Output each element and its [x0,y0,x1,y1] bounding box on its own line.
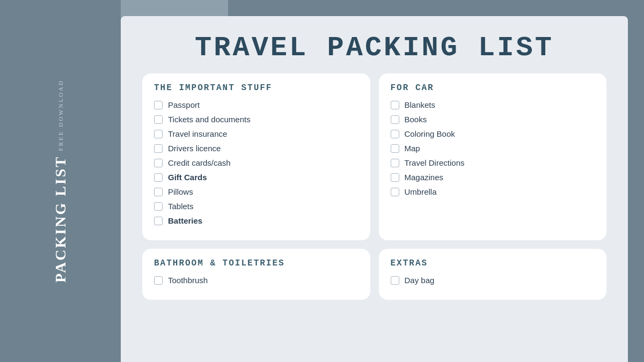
item-label: Magazines [405,173,444,182]
checkbox[interactable] [391,159,399,167]
checkbox[interactable] [154,144,163,153]
list-item: Travel insurance [154,129,358,138]
list-item: Magazines [391,173,595,182]
list-item: Umbrella [391,187,595,196]
section-title-bathroom: BATHROOM & TOILETRIES [154,258,358,268]
list-item: Pillows [154,187,358,196]
section-title-extras: EXTRAS [391,258,595,268]
item-label: Umbrella [405,187,437,196]
checkbox[interactable] [391,144,399,153]
section-title-car: FOR CAR [391,83,595,93]
sidebar: FREE DOWNLOAD PACKING LIST [0,0,121,362]
checkbox[interactable] [391,115,399,124]
checkbox[interactable] [154,101,163,109]
item-label: Batteries [168,216,202,225]
item-label: Toothbrush [168,276,208,285]
checkbox[interactable] [154,276,163,285]
list-item: Day bag [391,276,595,285]
list-item: Drivers licence [154,144,358,153]
item-label: Coloring Book [405,129,455,138]
checkbox[interactable] [154,115,163,124]
item-label: Day bag [405,276,435,285]
item-label: Pillows [168,187,193,196]
checkbox[interactable] [154,159,163,167]
section-important-stuff: THE IMPORTANT STUFF Passport Tickets and… [142,73,370,240]
item-label: Travel insurance [168,129,227,138]
item-label: Tablets [168,202,194,211]
checkbox[interactable] [154,217,163,225]
checkbox[interactable] [391,173,399,182]
list-item: Passport [154,100,358,109]
list-item: Books [391,115,595,124]
list-item: Batteries [154,216,358,225]
main-paper: TRAVEL PACKING LIST THE IMPORTANT STUFF … [121,16,628,362]
item-label: Travel Directions [405,158,465,167]
checkbox[interactable] [154,188,163,196]
checkbox[interactable] [391,130,399,138]
checkbox[interactable] [391,188,399,196]
free-download-label: FREE DOWNLOAD [57,79,64,151]
item-label: Gift Cards [168,173,207,182]
checkbox[interactable] [154,173,163,182]
list-item: Tablets [154,202,358,211]
sections-grid: THE IMPORTANT STUFF Passport Tickets and… [142,73,606,300]
list-item: Tickets and documents [154,115,358,124]
page-title: TRAVEL PACKING LIST [142,32,606,64]
section-extras: EXTRAS Day bag [379,249,607,300]
list-item: Toothbrush [154,276,358,285]
packing-list-label: PACKING LIST [52,156,69,283]
item-label: Tickets and documents [168,115,251,124]
checkbox[interactable] [391,276,399,285]
item-label: Blankets [405,100,436,109]
list-item: Blankets [391,100,595,109]
list-item: Gift Cards [154,173,358,182]
checkbox[interactable] [154,202,163,211]
list-item: Credit cards/cash [154,158,358,167]
item-label: Drivers licence [168,144,221,153]
list-item: Travel Directions [391,158,595,167]
item-label: Credit cards/cash [168,158,231,167]
checkbox[interactable] [154,130,163,138]
item-label: Map [405,144,420,153]
section-title-important: THE IMPORTANT STUFF [154,83,358,93]
item-label: Passport [168,100,200,109]
list-item: Coloring Book [391,129,595,138]
section-for-car: FOR CAR Blankets Books Coloring Book Map… [379,73,607,240]
list-item: Map [391,144,595,153]
section-bathroom: BATHROOM & TOILETRIES Toothbrush [142,249,370,300]
checkbox[interactable] [391,101,399,109]
item-label: Books [405,115,427,124]
